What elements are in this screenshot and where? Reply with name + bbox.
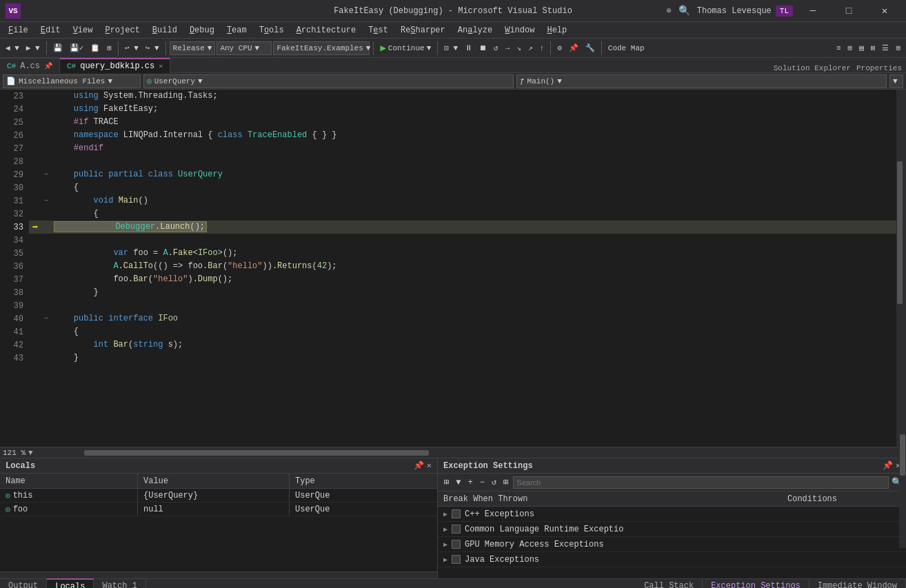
menu-debug[interactable]: Debug xyxy=(184,23,220,38)
exc-expand-gpu[interactable]: ▶ xyxy=(443,540,447,549)
menu-tools[interactable]: Tools xyxy=(254,23,290,38)
locals-close-icon[interactable]: ✕ xyxy=(427,460,432,471)
line-expand-31[interactable]: − xyxy=(41,194,51,207)
toolbar-btn-right2[interactable]: ⊞ xyxy=(845,41,856,56)
h-scrollbar-thumb[interactable] xyxy=(84,450,429,456)
exc-checkbox-cpp[interactable] xyxy=(452,509,461,518)
toolbar-btn-misc2[interactable]: 📌 xyxy=(566,41,581,56)
solution-explorer-label[interactable]: Solution Explorer xyxy=(774,64,851,72)
project-dropdown[interactable]: FakeItEasy.Examples ▼ xyxy=(273,41,370,55)
exception-add-icon[interactable]: + xyxy=(465,476,474,489)
locals-pin-icon[interactable]: 📌 xyxy=(414,460,424,471)
scrollbar-thumb[interactable] xyxy=(897,161,903,304)
zoom-dropdown-arrow[interactable]: ▼ xyxy=(28,449,33,457)
toolbar-btn-misc3[interactable]: 🔧 xyxy=(583,41,598,56)
toolbar-btn-right1[interactable]: ≡ xyxy=(834,41,844,56)
file-nav-dropdown[interactable]: 📄 Miscellaneous Files ▼ xyxy=(3,74,141,88)
exc-expand-clr[interactable]: ▶ xyxy=(443,525,447,534)
menu-build[interactable]: Build xyxy=(147,23,183,38)
locals-row-foo[interactable]: ◎ foo null UserQue xyxy=(0,503,437,516)
exc-row-clr[interactable]: ▶ Common Language Runtime Exceptio xyxy=(438,522,906,537)
save-all-button[interactable]: 💾✓ xyxy=(67,41,87,56)
menu-help[interactable]: Help xyxy=(541,23,572,38)
tab-close-button[interactable]: ✕ xyxy=(159,62,163,70)
exception-remove-icon[interactable]: − xyxy=(478,476,487,489)
toolbar-btn-misc1[interactable]: ⚙ xyxy=(554,41,565,56)
exc-expand-cpp[interactable]: ▶ xyxy=(443,510,447,518)
toolbar-btn-dbg6[interactable]: ↘ xyxy=(514,41,524,56)
bottom-tab-callstack[interactable]: Call Stack xyxy=(636,578,703,588)
menu-analyze[interactable]: Analyze xyxy=(452,23,498,38)
redo-button[interactable]: ↪ ▼ xyxy=(143,41,162,56)
line-expand-29[interactable]: − xyxy=(41,168,51,181)
toolbar-btn-dbg3[interactable]: ⏹ xyxy=(476,41,490,56)
exc-checkbox-gpu[interactable] xyxy=(452,540,461,549)
exception-filter-icon[interactable]: ⊞ xyxy=(442,476,451,489)
toolbar-btn-dbg1[interactable]: ⊡ ▼ xyxy=(441,41,461,56)
toolbar-btn-dbg2[interactable]: ⏸ xyxy=(462,41,475,56)
exc-row-cpp[interactable]: ▶ C++ Exceptions xyxy=(438,507,906,522)
toolbar-btn-dbg5[interactable]: → xyxy=(503,41,513,56)
exc-row-gpu[interactable]: ▶ GPU Memory Access Exceptions xyxy=(438,537,906,552)
exc-checkbox-java[interactable] xyxy=(452,555,461,564)
toolbar-btn-right4[interactable]: ⊠ xyxy=(868,41,878,56)
save-button[interactable]: 💾 xyxy=(50,41,66,56)
exception-pin-icon[interactable]: 📌 xyxy=(883,460,893,471)
bottom-tab-watch1[interactable]: Watch 1 xyxy=(94,578,145,588)
undo-button[interactable]: ↩ ▼ xyxy=(122,41,141,56)
menu-team[interactable]: Team xyxy=(221,23,252,38)
maximize-button[interactable]: □ xyxy=(833,0,865,22)
toolbar-btn-dbg4[interactable]: ↺ xyxy=(491,41,501,56)
exception-grid-icon[interactable]: ⊞ xyxy=(501,476,510,489)
locals-h-scrollbar[interactable] xyxy=(0,571,437,578)
menu-file[interactable]: File xyxy=(3,23,34,38)
nav-extra-dropdown[interactable]: ▼ xyxy=(889,74,903,88)
exception-v-scrollbar[interactable] xyxy=(899,427,906,548)
config-dropdown[interactable]: Release ▼ xyxy=(170,41,216,55)
toolbar-btn-3[interactable]: 📋 xyxy=(88,41,103,56)
exception-dropdown-icon[interactable]: ▼ xyxy=(454,476,463,489)
properties-label[interactable]: Properties xyxy=(851,64,902,72)
locals-cell-type-this: UserQue xyxy=(290,489,437,502)
method-nav-dropdown[interactable]: ƒ Main() ▼ xyxy=(516,74,887,88)
exception-restore-icon[interactable]: ↺ xyxy=(490,476,499,489)
close-button[interactable]: ✕ xyxy=(869,0,900,22)
toolbar-btn-dbg7[interactable]: ↗ xyxy=(525,41,536,56)
menu-window[interactable]: Window xyxy=(499,23,540,38)
platform-dropdown[interactable]: Any CPU ▼ xyxy=(217,41,272,55)
codemap-button[interactable]: Code Map xyxy=(605,41,647,56)
menu-test[interactable]: Test xyxy=(363,23,394,38)
h-scrollbar[interactable] xyxy=(41,450,903,456)
forward-button[interactable]: ▶ ▼ xyxy=(23,41,43,56)
menu-resharper[interactable]: ReSharper xyxy=(395,23,451,38)
continue-button[interactable]: ▶ Continue ▼ xyxy=(377,41,434,56)
exc-row-java[interactable]: ▶ Java Exceptions xyxy=(438,552,906,567)
tab-acs[interactable]: C# A.cs 📌 xyxy=(0,58,60,73)
toolbar-btn-right3[interactable]: ▤ xyxy=(856,41,867,56)
bottom-tab-output[interactable]: Output xyxy=(0,578,47,588)
menu-view[interactable]: View xyxy=(68,23,99,38)
tab-query[interactable]: C# query_bdkkip.cs ✕ xyxy=(60,58,170,73)
class-nav-dropdown[interactable]: ◎ UserQuery ▼ xyxy=(143,74,514,88)
toolbar-btn-dbg8[interactable]: ↑ xyxy=(537,41,547,56)
toolbar-btn-4[interactable]: ⊞ xyxy=(104,41,114,56)
locals-row-this[interactable]: ◎ this {UserQuery} UserQue xyxy=(0,489,437,503)
menu-architecture[interactable]: Architecture xyxy=(291,23,361,38)
editor-vertical-scrollbar[interactable] xyxy=(896,90,906,447)
menu-project[interactable]: Project xyxy=(99,23,145,38)
exc-checkbox-clr[interactable] xyxy=(452,525,461,534)
exception-search-input[interactable] xyxy=(513,476,889,489)
minimize-button[interactable]: ─ xyxy=(797,0,829,22)
bottom-tab-exceptionsettings[interactable]: Exception Settings xyxy=(703,578,809,588)
back-button[interactable]: ◀ ▼ xyxy=(3,41,22,56)
toolbar-btn-right5[interactable]: ☰ xyxy=(879,41,892,56)
exception-scrollbar-thumb[interactable] xyxy=(900,434,905,476)
exc-expand-java[interactable]: ▶ xyxy=(443,556,447,564)
line-expand-40[interactable]: − xyxy=(41,312,51,325)
menu-edit[interactable]: Edit xyxy=(35,23,66,38)
toolbar-btn-right6[interactable]: ⊞ xyxy=(893,41,903,56)
bottom-tab-immediatewindow[interactable]: Immediate Window xyxy=(809,578,906,588)
code-editor[interactable]: 23 using System.Threading.Tasks; 24 usin… xyxy=(0,90,896,447)
search-icon[interactable]: 🔍 xyxy=(676,2,693,19)
bottom-tab-locals[interactable]: Locals xyxy=(47,578,94,588)
